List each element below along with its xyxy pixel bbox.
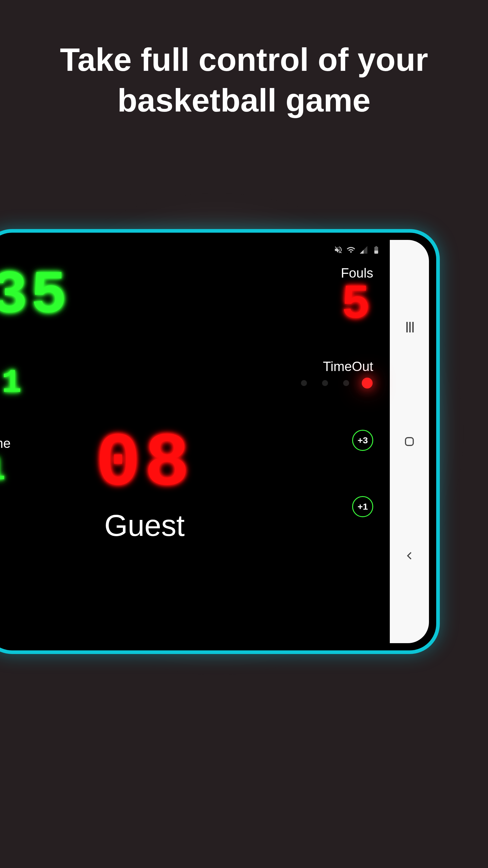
score-add-buttons: +3 +1 [352, 430, 373, 517]
clock-value: 35 [0, 266, 70, 326]
overtime-panel: time 1 [0, 436, 10, 487]
period-panel: d 1 [0, 367, 23, 400]
guest-score-panel: 08 Guest [96, 427, 193, 543]
timeout-panel: TimeOut [301, 359, 373, 386]
signal-icon [359, 245, 368, 254]
guest-score-value[interactable]: 08 [96, 427, 193, 502]
time-label-partial: time [0, 436, 10, 451]
fouls-panel: Fouls 5 [341, 266, 373, 329]
timeout-dot-active [360, 375, 375, 391]
phone-screen: 35 Fouls 5 d 1 TimeOut time [0, 240, 429, 643]
svg-rect-0 [405, 438, 413, 445]
scoreboard-app: 35 Fouls 5 d 1 TimeOut time [0, 240, 390, 643]
mute-icon [334, 245, 343, 254]
wifi-icon [347, 245, 355, 254]
fouls-value[interactable]: 5 [341, 281, 372, 329]
timeout-dot [343, 380, 349, 386]
overtime-value[interactable]: 1 [0, 454, 10, 487]
period-value[interactable]: 1 [1, 367, 23, 400]
android-nav-bar: III [390, 240, 429, 643]
guest-team-name: Guest [96, 508, 193, 543]
timeout-dot [322, 380, 328, 386]
plus-3-button[interactable]: +3 [352, 430, 373, 451]
phone-frame: 35 Fouls 5 d 1 TimeOut time [0, 229, 440, 654]
plus-1-button[interactable]: +1 [352, 496, 373, 517]
timeout-label: TimeOut [301, 359, 373, 374]
timeout-dot [301, 380, 307, 386]
home-button[interactable] [400, 433, 418, 451]
back-button[interactable] [400, 547, 418, 565]
game-clock[interactable]: 35 [0, 261, 70, 326]
timeout-indicators[interactable] [301, 380, 373, 386]
battery-icon [372, 245, 381, 254]
promo-headline: Take full control of your basketball gam… [0, 0, 488, 121]
recents-button[interactable]: III [400, 318, 418, 336]
status-bar [334, 245, 381, 254]
